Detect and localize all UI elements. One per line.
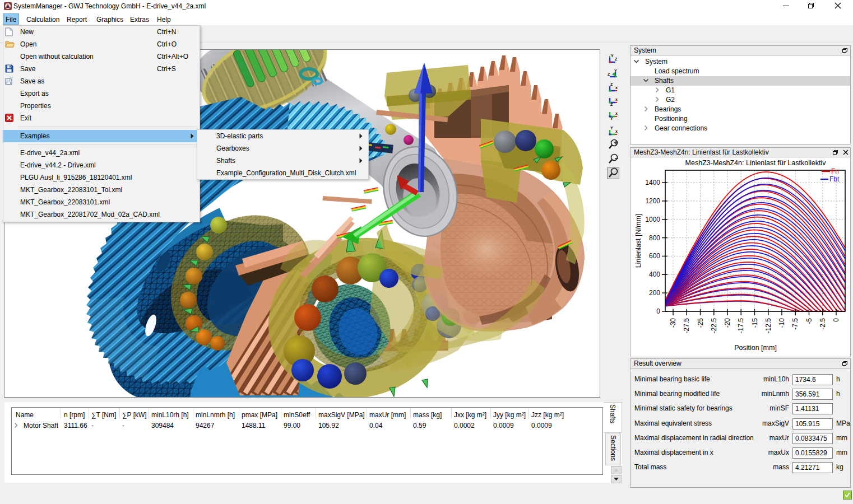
svg-text:Y: Y — [610, 126, 613, 130]
svg-text:Z: Z — [610, 82, 613, 86]
svg-text:x: x — [615, 129, 618, 133]
svg-text:x: x — [615, 86, 618, 90]
svg-text:Y: Y — [610, 116, 613, 120]
svg-text:x: x — [615, 111, 618, 115]
svg-text:-12.5: -12.5 — [764, 318, 772, 334]
svg-text:-25: -25 — [697, 318, 704, 328]
svg-text:-15: -15 — [751, 318, 759, 328]
svg-text:Fbt: Fbt — [829, 175, 840, 183]
svg-text:1200: 1200 — [645, 197, 660, 205]
svg-text:400: 400 — [649, 270, 660, 278]
svg-text:-2.5: -2.5 — [819, 318, 827, 330]
svg-text:Y: Y — [614, 69, 617, 73]
svg-text:-10: -10 — [778, 318, 786, 328]
svg-text:-27.5: -27.5 — [683, 318, 690, 334]
svg-text:800: 800 — [649, 234, 660, 242]
svg-text:Z: Z — [610, 102, 613, 106]
svg-text:MeshZ3-MeshZ4n: Linienlast für: MeshZ3-MeshZ4n: Linienlast für Lastkolle… — [685, 159, 827, 167]
svg-text:Z: Z — [608, 72, 610, 76]
svg-text:-7.5: -7.5 — [791, 318, 799, 330]
svg-text:-30: -30 — [669, 318, 677, 328]
svg-text:Y: Y — [611, 54, 614, 58]
svg-text:Fn: Fn — [831, 167, 839, 175]
svg-text:1400: 1400 — [645, 179, 660, 186]
svg-text:Z: Z — [615, 57, 618, 61]
svg-text:-17.5: -17.5 — [737, 318, 745, 334]
svg-text:-5: -5 — [805, 318, 813, 324]
svg-text:1000: 1000 — [645, 216, 660, 223]
svg-text:0: 0 — [832, 318, 840, 322]
svg-text:Linienlast [N/mm]: Linienlast [N/mm] — [634, 214, 642, 268]
svg-text:200: 200 — [649, 289, 660, 297]
svg-text:600: 600 — [649, 252, 660, 260]
svg-text:0: 0 — [656, 307, 660, 315]
svg-text:Position [mm]: Position [mm] — [734, 344, 777, 352]
svg-text:-22.5: -22.5 — [710, 318, 718, 334]
svg-text:x: x — [615, 97, 618, 101]
svg-text:-20: -20 — [724, 318, 731, 328]
